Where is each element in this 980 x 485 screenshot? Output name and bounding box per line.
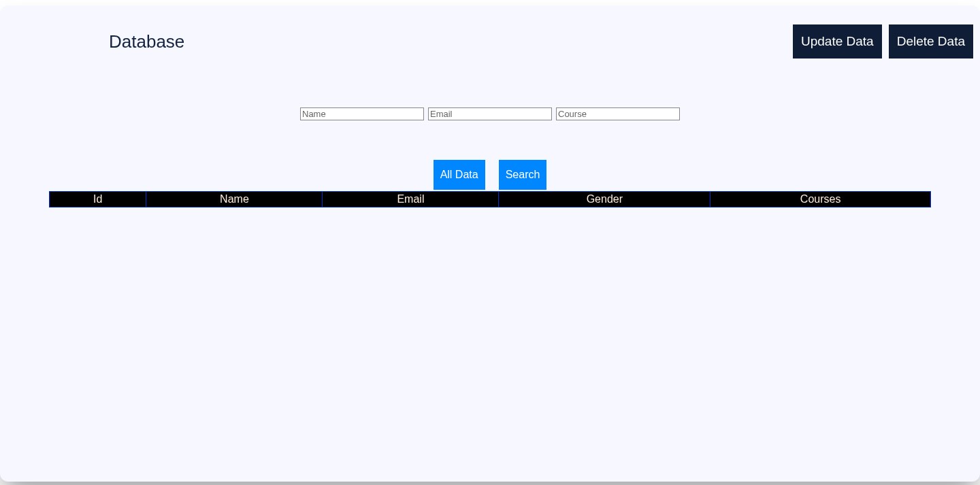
table-header-row: Id Name Email Gender Courses: [50, 192, 931, 207]
name-input[interactable]: [300, 107, 424, 120]
main-container: Database Update Data Delete Data All Dat…: [0, 5, 980, 482]
header-buttons: Update Data Delete Data: [793, 24, 973, 58]
data-table: Id Name Email Gender Courses: [49, 191, 931, 207]
search-button[interactable]: Search: [499, 160, 547, 190]
update-data-button[interactable]: Update Data: [793, 24, 882, 58]
header: Database Update Data Delete Data: [0, 5, 980, 58]
column-header-courses: Courses: [710, 192, 931, 207]
column-header-id: Id: [50, 192, 146, 207]
page-title: Database: [109, 31, 184, 52]
search-section: [0, 107, 980, 120]
column-header-email: Email: [323, 192, 499, 207]
email-input[interactable]: [428, 107, 552, 120]
all-data-button[interactable]: All Data: [434, 160, 485, 190]
action-buttons: All Data Search: [0, 160, 980, 190]
delete-data-button[interactable]: Delete Data: [889, 24, 973, 58]
search-inputs: [300, 107, 680, 120]
column-header-name: Name: [146, 192, 323, 207]
course-input[interactable]: [556, 107, 680, 120]
column-header-gender: Gender: [499, 192, 710, 207]
